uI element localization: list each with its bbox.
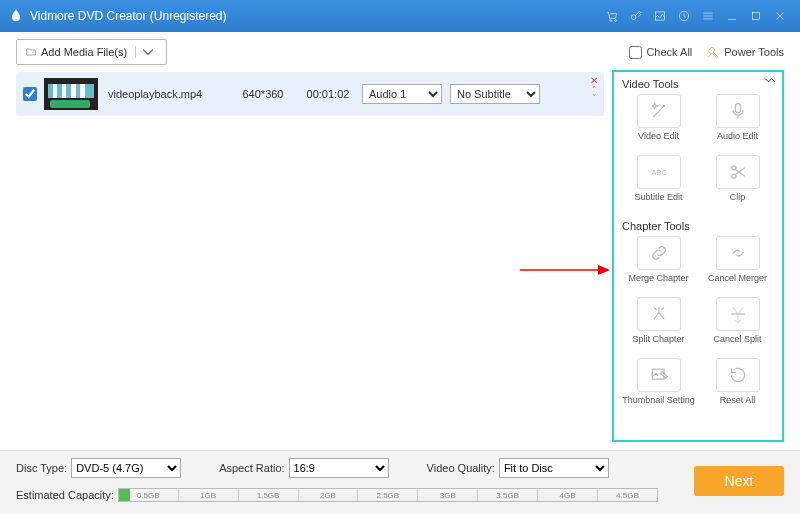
file-name: videoplayback.mp4 [108,88,228,100]
file-list: videoplayback.mp4 640*360 00:01:02 Audio… [0,68,612,448]
tool-label: Subtitle Edit [634,192,682,214]
video-edit-tool[interactable]: Video Edit [622,94,695,153]
video-thumbnail[interactable] [44,78,98,110]
file-row[interactable]: videoplayback.mp4 640*360 00:01:02 Audio… [16,72,604,116]
capacity-tick: 1.5GB [239,489,299,501]
split-icon [649,304,669,324]
key-icon[interactable] [626,6,646,26]
audio-edit-tool[interactable]: Audio Edit [701,94,774,153]
merge-chapter-tool[interactable]: Merge Chapter [622,236,695,295]
menu-icon[interactable] [698,6,718,26]
capacity-tick: 1GB [179,489,239,501]
clip-tool[interactable]: Clip [701,155,774,214]
move-down-icon[interactable]: ˅ [592,94,597,102]
merge-icon [728,304,748,324]
collapse-panel-icon[interactable] [762,76,778,86]
check-all-label: Check All [646,46,692,58]
power-tools-button[interactable]: Power Tools [706,45,784,59]
close-icon[interactable] [770,6,790,26]
titlebar: Vidmore DVD Creator (Unregistered) [0,0,800,32]
unlink-icon [728,243,748,263]
reset-icon [728,365,748,385]
file-duration: 00:01:02 [298,88,358,100]
svg-text:ABC: ABC [651,168,667,177]
tool-label: Split Chapter [632,334,684,356]
tool-label: Clip [730,192,746,214]
bottom-bar: Disc Type: DVD-5 (4.7G) Aspect Ratio: 16… [0,450,800,514]
svg-point-10 [731,174,735,178]
file-resolution: 640*360 [228,88,298,100]
split-chapter-tool[interactable]: Split Chapter [622,297,695,356]
subtitle-edit-tool[interactable]: ABCSubtitle Edit [622,155,695,214]
reset-all-tool[interactable]: Reset All [701,358,774,417]
check-all-checkbox[interactable] [629,46,642,59]
disc-type-select[interactable]: DVD-5 (4.7G) [71,458,181,478]
disc-type-label: Disc Type: [16,462,67,474]
cart-icon[interactable] [602,6,622,26]
add-media-button[interactable]: Add Media File(s) [16,39,167,65]
video-tools-heading: Video Tools [622,78,774,90]
capacity-tick: 2.5GB [358,489,418,501]
image-edit-icon [649,365,669,385]
tool-label: Cancel Merger [708,273,767,295]
power-tools-label: Power Tools [724,46,784,58]
chapter-tools-heading: Chapter Tools [622,220,774,232]
capacity-bar: 0.5GB1GB1.5GB2GB2.5GB3GB3.5GB4GB4.5GB [118,488,658,502]
video-quality-label: Video Quality: [427,462,495,474]
capacity-tick: 0.5GB [119,489,179,501]
svg-rect-5 [753,13,760,20]
app-logo-icon [8,8,24,24]
chevron-down-icon [135,46,158,58]
check-all-control[interactable]: Check All [629,46,692,59]
app-title: Vidmore DVD Creator (Unregistered) [30,9,227,23]
aspect-ratio-select[interactable]: 16:9 [289,458,389,478]
svg-marker-7 [598,265,610,275]
svg-point-0 [610,20,612,22]
tool-label: Cancel Split [713,334,761,356]
capacity-tick: 3GB [418,489,478,501]
wand-icon [649,101,669,121]
tools-icon [706,45,720,59]
folder-icon [25,46,37,58]
thumbnail-setting-tool[interactable]: Thumbnail Setting [622,358,695,417]
tool-label: Audio Edit [717,131,758,153]
tools-panel: Video Tools Video Edit Audio Edit ABCSub… [612,70,784,442]
cancel-merger-tool[interactable]: Cancel Merger [701,236,774,295]
tool-label: Thumbnail Setting [622,395,695,417]
annotation-arrow [520,264,610,276]
capacity-tick: 2GB [299,489,359,501]
tool-label: Merge Chapter [628,273,688,295]
tool-label: Reset All [720,395,756,417]
capacity-tick: 4.5GB [598,489,657,501]
minimize-icon[interactable] [722,6,742,26]
capacity-ticks: 0.5GB1GB1.5GB2GB2.5GB3GB3.5GB4GB4.5GB [119,489,657,501]
scissors-icon [728,162,748,182]
capacity-tick: 4GB [538,489,598,501]
image-icon[interactable] [650,6,670,26]
mic-icon [728,101,748,121]
capacity-tick: 3.5GB [478,489,538,501]
svg-point-11 [731,166,735,170]
svg-point-1 [615,20,617,22]
toolbar: Add Media File(s) Check All Power Tools [0,32,800,68]
row-checkbox[interactable] [23,87,37,101]
audio-select[interactable]: Audio 1 [362,84,442,104]
svg-rect-8 [735,104,740,113]
add-media-label: Add Media File(s) [41,46,127,58]
subtitle-select[interactable]: No Subtitle [450,84,540,104]
maximize-icon[interactable] [746,6,766,26]
aspect-ratio-label: Aspect Ratio: [219,462,284,474]
tool-label: Video Edit [638,131,679,153]
link-icon [649,243,669,263]
next-button[interactable]: Next [694,466,784,496]
abc-icon: ABC [649,162,669,182]
capacity-label: Estimated Capacity: [16,489,114,501]
cancel-split-tool[interactable]: Cancel Split [701,297,774,356]
svg-point-2 [631,15,636,20]
video-quality-select[interactable]: Fit to Disc [499,458,609,478]
history-icon[interactable] [674,6,694,26]
